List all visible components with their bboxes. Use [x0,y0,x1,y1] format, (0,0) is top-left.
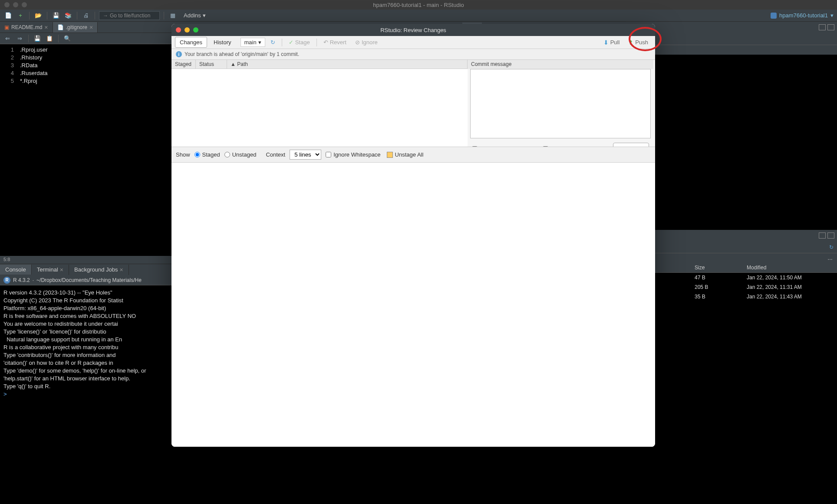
staged-radio[interactable]: Staged [194,151,220,158]
close-icon[interactable]: × [44,24,48,31]
go-to-file-input[interactable]: → Go to file/function [99,11,160,20]
show-label: Show [176,151,190,158]
refresh-button[interactable]: ↻ [267,38,279,47]
commit-message-label: Commit message [468,60,653,69]
revert-icon: ↶ [323,39,328,46]
console-path: ~/Dropbox/Documents/Teaching Materials/H… [36,277,142,283]
close-window-icon[interactable] [4,2,10,7]
arrow-up-icon: ⬆ [628,39,633,46]
search-icon: → [103,13,108,19]
maximize-pane-icon[interactable] [827,24,834,30]
modal-info-bar: i Your branch is ahead of 'origin/main' … [171,49,655,60]
push-button[interactable]: ⬆Push [625,38,652,47]
revert-button[interactable]: ↶Revert [320,38,350,47]
file-list[interactable] [171,69,468,147]
close-modal-icon[interactable] [176,27,181,33]
print-icon[interactable]: 🖨 [81,11,91,20]
close-icon[interactable]: × [119,266,123,273]
refresh-icon[interactable]: ↻ [829,244,834,250]
close-icon[interactable]: × [60,266,63,273]
chevron-down-icon: ▾ [830,12,834,19]
r-project-icon [771,13,777,19]
stage-button[interactable]: ✓Stage [285,38,313,47]
forward-icon[interactable]: ⇒ [15,34,24,43]
ignore-whitespace-checkbox[interactable]: Ignore Whitespace [326,151,380,158]
save-icon[interactable]: 💾 [51,11,61,20]
find-icon[interactable]: 🔍 [63,34,72,43]
open-file-icon[interactable]: 📂 [33,11,43,20]
r-version-label: R 4.3.2 [13,277,30,283]
modal-title: RStudio: Review Changes [380,27,446,33]
arrow-down-icon: ⬇ [603,39,609,46]
minimize-window-icon[interactable] [13,2,18,7]
grid-icon[interactable]: ▦ [168,11,178,20]
context-label: Context [266,151,285,158]
unstage-icon [387,152,393,158]
commit-message-input[interactable] [470,69,651,138]
minimize-pane-icon[interactable] [819,24,826,30]
ignore-icon: ⊘ [355,39,360,46]
source-icon[interactable]: 📋 [45,34,54,43]
window-controls [4,2,27,7]
pull-button[interactable]: ⬇Pull [600,38,623,47]
new-project-icon[interactable]: + [16,11,25,20]
tab-background-jobs[interactable]: Background Jobs× [69,265,129,275]
save-all-icon[interactable]: 📚 [63,11,73,20]
line-gutter: 12345 [0,44,17,256]
refresh-icon: ↻ [270,39,275,46]
branch-selector[interactable]: main ▾ [241,38,265,47]
modal-titlebar: RStudio: Review Changes [171,24,655,36]
chevron-down-icon: ▾ [258,39,261,46]
file-list-header: Staged Status ▲ Path [171,60,468,69]
new-file-icon[interactable]: 📄 [3,11,13,20]
window-title: hpam7660-tutorial1 - main - RStudio [373,2,464,8]
back-icon[interactable]: ⇐ [3,34,12,43]
check-icon: ✓ [289,39,293,46]
ignore-button[interactable]: ⊘Ignore [352,38,381,47]
minimize-pane-icon[interactable] [819,232,826,239]
addins-menu[interactable]: Addins ▾ [180,11,209,20]
tab-console[interactable]: Console [0,265,32,275]
main-toolbar: 📄 + 📂 💾 📚 🖨 → Go to file/function ▦ Addi… [0,10,837,22]
close-icon[interactable]: × [89,24,93,31]
diff-toolbar: Show Staged Unstaged Context 5 lines Ign… [171,147,655,163]
text-file-icon: 📄 [57,24,64,30]
minimize-modal-icon[interactable] [185,27,190,33]
diff-view[interactable] [171,163,655,447]
modal-toolbar: Changes History main ▾ ↻ ✓Stage ↶Revert … [171,36,655,49]
context-select[interactable]: 5 lines [290,150,321,160]
save-icon[interactable]: 💾 [33,34,42,43]
unstaged-radio[interactable]: Unstaged [224,151,257,158]
maximize-window-icon[interactable] [22,2,27,7]
tab-changes[interactable]: Changes [175,37,207,48]
maximize-modal-icon[interactable] [193,27,198,33]
maximize-pane-icon[interactable] [827,232,834,239]
tab-terminal[interactable]: Terminal× [32,265,69,275]
r-logo-icon: R [3,277,10,284]
tab-readme[interactable]: ▣ README.md × [0,22,53,33]
tab-gitignore[interactable]: 📄 .gitignore × [53,22,98,33]
project-menu[interactable]: hpam7660-tutorial1 ▾ [771,12,834,19]
tab-history[interactable]: History [209,37,236,48]
info-icon: i [176,51,182,57]
unstage-all-button[interactable]: Unstage All [387,151,424,158]
markdown-file-icon: ▣ [4,24,9,30]
chevron-down-icon: ▾ [203,12,206,19]
review-changes-dialog: RStudio: Review Changes Changes History … [171,24,655,447]
mac-titlebar: hpam7660-tutorial1 - main - RStudio [0,0,837,10]
